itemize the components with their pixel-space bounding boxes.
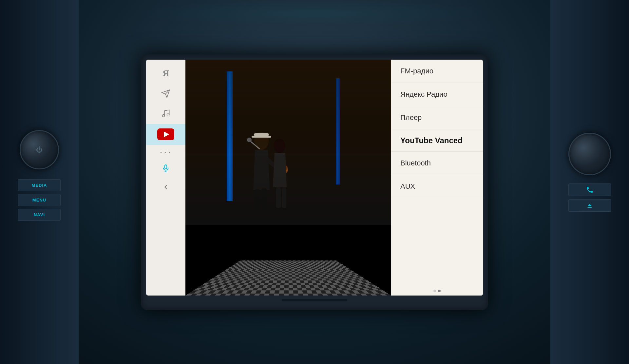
svg-point-0	[162, 114, 165, 117]
screen: Я ● ● ●	[146, 60, 483, 296]
youtube-icon-box	[157, 128, 174, 140]
right-volume-knob[interactable]	[568, 133, 611, 175]
menu-item-bluetooth[interactable]: Bluetooth	[391, 152, 483, 175]
menu-item-yandex-radio[interactable]: Яндекс Радио	[391, 83, 483, 106]
navigation-icon	[161, 89, 170, 98]
pagination-dot-1	[433, 290, 436, 292]
menu-spacer	[391, 198, 483, 286]
sidebar-item-music[interactable]	[146, 104, 185, 123]
power-volume-knob[interactable]: ⏻	[20, 130, 59, 169]
right-buttons	[568, 183, 611, 212]
pagination-dot-2	[438, 290, 441, 292]
head-unit-bottom	[146, 296, 483, 305]
menu-item-fm-radio[interactable]: FM-радио	[391, 60, 483, 83]
phone-button[interactable]	[568, 183, 611, 196]
navi-button[interactable]: NAVI	[18, 209, 61, 221]
unit-decorative-strip	[282, 299, 347, 301]
menu-item-aux[interactable]: AUX	[391, 175, 483, 198]
video-overlay	[185, 60, 391, 296]
menu-panel: FM-радио Яндекс Радио Плеер YouTube Vanc…	[391, 60, 483, 296]
left-physical-controls: ⏻ MEDIA MENU NAVI	[0, 0, 79, 364]
sidebar-item-yandex[interactable]: Я	[146, 64, 185, 83]
more-dots-icon: ● ● ●	[160, 151, 171, 154]
youtube-play-icon	[164, 131, 169, 137]
sidebar-item-youtube[interactable]	[146, 124, 185, 145]
menu-button[interactable]: MENU	[18, 194, 61, 206]
video-area	[185, 60, 391, 296]
head-unit: Я ● ● ●	[141, 54, 488, 310]
music-icon	[161, 109, 170, 118]
sidebar-item-mic[interactable]	[146, 160, 185, 177]
media-button[interactable]: MEDIA	[18, 179, 61, 191]
svg-point-1	[167, 114, 169, 116]
screen-sidebar: Я ● ● ●	[146, 60, 185, 296]
pagination-dots	[391, 286, 483, 296]
power-icon: ⏻	[36, 146, 43, 154]
eject-button[interactable]	[568, 199, 611, 212]
left-buttons: MEDIA MENU NAVI	[18, 179, 61, 221]
menu-item-youtube-vanced[interactable]: YouTube Vanced	[391, 129, 483, 152]
sidebar-item-back[interactable]	[146, 179, 185, 196]
sidebar-item-nav[interactable]	[146, 85, 185, 103]
right-physical-controls	[550, 0, 629, 364]
microphone-icon	[162, 164, 170, 173]
menu-item-player[interactable]: Плеер	[391, 106, 483, 129]
back-arrow-icon	[162, 183, 170, 191]
top-ambient-light	[126, 0, 503, 26]
sidebar-item-more[interactable]: ● ● ●	[146, 146, 185, 158]
yandex-icon: Я	[162, 68, 169, 79]
svg-rect-2	[165, 165, 167, 169]
